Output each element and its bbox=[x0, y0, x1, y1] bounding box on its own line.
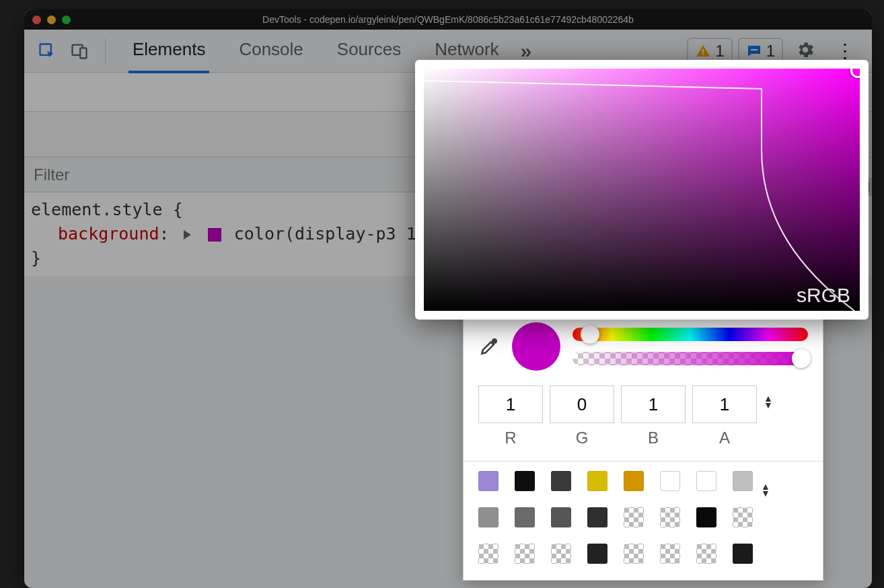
palette-swatch[interactable] bbox=[515, 544, 535, 564]
device-toolbar-button[interactable] bbox=[66, 38, 93, 65]
palette-swatch[interactable] bbox=[660, 471, 680, 491]
palette-swatch[interactable] bbox=[660, 507, 680, 527]
palette-toggle-button[interactable]: ▲ ▼ bbox=[761, 474, 770, 497]
palette-swatch[interactable] bbox=[478, 544, 499, 564]
minimize-window-button[interactable] bbox=[47, 15, 56, 24]
tab-elements[interactable]: Elements bbox=[128, 28, 209, 73]
css-property-name[interactable]: background bbox=[58, 224, 159, 244]
svg-rect-5 bbox=[751, 49, 758, 50]
window-controls bbox=[32, 15, 71, 24]
channel-r-input[interactable] bbox=[478, 385, 543, 423]
color-swatch-icon[interactable] bbox=[208, 228, 221, 242]
channel-a-input[interactable] bbox=[692, 385, 757, 423]
palette-swatch[interactable] bbox=[551, 471, 571, 491]
palette-swatch[interactable] bbox=[624, 507, 644, 527]
palette-swatch[interactable] bbox=[551, 507, 571, 527]
channel-g-input[interactable] bbox=[550, 385, 614, 423]
color-spectrum[interactable]: sRGB bbox=[424, 69, 860, 311]
palette-swatch[interactable] bbox=[551, 544, 571, 564]
palette-swatch[interactable] bbox=[587, 471, 607, 491]
close-window-button[interactable] bbox=[32, 15, 41, 24]
messages-count: 1 bbox=[766, 42, 775, 61]
palette-swatch[interactable] bbox=[696, 544, 716, 564]
tab-console[interactable]: Console bbox=[235, 28, 307, 73]
svg-rect-4 bbox=[702, 54, 704, 55]
palette-swatch[interactable] bbox=[478, 471, 499, 491]
palette-swatch[interactable] bbox=[624, 471, 644, 491]
current-color-swatch bbox=[512, 322, 560, 371]
channel-r-label: R bbox=[505, 429, 516, 447]
channel-g-label: G bbox=[576, 429, 589, 447]
titlebar: DevTools - codepen.io/argyleink/pen/QWBg… bbox=[24, 9, 872, 30]
maximize-window-button[interactable] bbox=[62, 15, 71, 24]
svg-rect-3 bbox=[702, 49, 704, 53]
palette-swatch[interactable] bbox=[478, 507, 499, 527]
hue-thumb[interactable] bbox=[581, 325, 599, 344]
palette-swatch[interactable] bbox=[733, 471, 753, 491]
more-tabs-button[interactable]: » bbox=[509, 40, 544, 63]
alpha-slider[interactable] bbox=[573, 352, 808, 365]
palette-swatch[interactable] bbox=[733, 507, 753, 527]
palette-swatch[interactable] bbox=[515, 471, 535, 491]
gamut-label: sRGB bbox=[797, 284, 850, 307]
palette-swatch[interactable] bbox=[696, 507, 716, 527]
inspect-element-button[interactable] bbox=[34, 38, 61, 65]
css-property-value[interactable]: color(display-p3 1 0 bbox=[234, 224, 437, 244]
chevron-down-icon: ▼ bbox=[761, 490, 770, 497]
more-options-button[interactable]: ⋮ bbox=[827, 48, 862, 54]
palette-swatch[interactable] bbox=[587, 507, 607, 527]
spectrum-highlight: sRGB bbox=[415, 60, 869, 320]
eyedropper-button[interactable] bbox=[478, 336, 500, 357]
hue-slider[interactable] bbox=[573, 328, 808, 341]
channel-b-label: B bbox=[648, 429, 659, 447]
spectrum-cursor[interactable] bbox=[850, 69, 860, 78]
svg-rect-2 bbox=[80, 48, 86, 58]
issues-count: 1 bbox=[715, 42, 724, 61]
palette-swatch[interactable] bbox=[587, 544, 607, 564]
format-toggle-button[interactable]: ▲ ▼ bbox=[764, 385, 773, 408]
channel-a-label: A bbox=[719, 429, 730, 447]
palette-swatch[interactable] bbox=[515, 507, 535, 527]
palette-swatch[interactable] bbox=[660, 544, 680, 564]
window-title: DevTools - codepen.io/argyleink/pen/QWBg… bbox=[24, 14, 872, 25]
palette-swatch[interactable] bbox=[624, 544, 644, 564]
palette-swatch[interactable] bbox=[733, 544, 753, 564]
tab-sources[interactable]: Sources bbox=[333, 28, 405, 73]
palette-swatches bbox=[478, 471, 753, 568]
settings-button[interactable] bbox=[788, 40, 822, 63]
channel-inputs: R G B A ▲ ▼ bbox=[478, 385, 808, 447]
chevron-down-icon: ▼ bbox=[764, 402, 773, 408]
palette-swatch[interactable] bbox=[696, 471, 716, 491]
expand-value-icon[interactable] bbox=[184, 230, 191, 240]
divider bbox=[105, 38, 106, 64]
alpha-thumb[interactable] bbox=[792, 349, 811, 368]
svg-point-6 bbox=[492, 339, 496, 342]
channel-b-input[interactable] bbox=[621, 385, 686, 423]
